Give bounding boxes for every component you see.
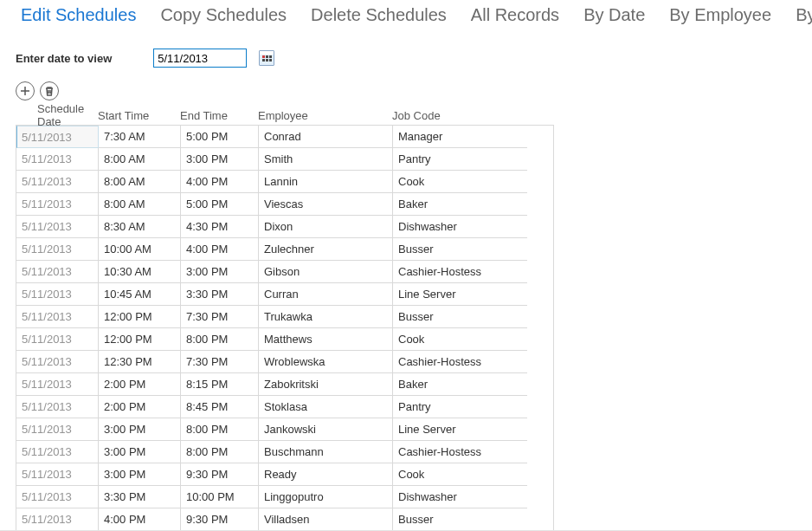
cell-schedule-date[interactable]: 5/11/2013 [16, 261, 99, 283]
table-row[interactable]: 5/11/201312:00 PM8:00 PMMatthewsCook [16, 328, 553, 351]
cell-job-code[interactable]: Cashier-Hostess [393, 441, 527, 463]
cell-employee[interactable]: Conrad [259, 126, 393, 148]
cell-employee[interactable]: Lannin [259, 171, 393, 193]
calendar-icon[interactable] [259, 50, 274, 66]
cell-end-time[interactable]: 3:00 PM [181, 148, 259, 171]
table-row[interactable]: 5/11/20133:00 PM8:00 PMJankowskiLine Ser… [16, 418, 553, 441]
cell-employee[interactable]: Smith [259, 148, 393, 171]
cell-start-time[interactable]: 8:00 AM [99, 193, 181, 216]
cell-employee[interactable]: Jankowski [259, 418, 393, 441]
cell-schedule-date[interactable]: 5/11/2013 [16, 238, 99, 261]
cell-job-code[interactable]: Dishwasher [393, 486, 527, 508]
delete-button[interactable] [40, 81, 59, 100]
cell-end-time[interactable]: 7:30 PM [181, 351, 259, 373]
cell-job-code[interactable]: Manager [393, 126, 527, 148]
table-row[interactable]: 5/11/201312:00 PM7:30 PMTrukawkaBusser [16, 306, 553, 328]
table-row[interactable]: 5/11/201310:00 AM4:00 PMZulechnerBusser [16, 238, 553, 261]
cell-employee[interactable]: Ready [259, 463, 393, 486]
tab-by-employee[interactable]: By Employee [657, 3, 783, 30]
cell-end-time[interactable]: 10:00 PM [181, 486, 259, 508]
cell-job-code[interactable]: Baker [393, 193, 527, 216]
tab-copy-schedules[interactable]: Copy Schedules [148, 3, 299, 30]
cell-employee[interactable]: Villadsen [259, 508, 393, 531]
cell-start-time[interactable]: 3:00 PM [99, 463, 181, 486]
cell-job-code[interactable]: Pantry [393, 148, 527, 171]
cell-schedule-date[interactable]: 5/11/2013 [16, 306, 99, 328]
cell-end-time[interactable]: 5:00 PM [181, 126, 259, 148]
tab-by-position[interactable]: By Position [783, 3, 812, 30]
table-row[interactable]: 5/11/20138:00 AM4:00 PMLanninCook [16, 171, 553, 193]
table-row[interactable]: 5/11/20132:00 PM8:15 PMZabokritskiBaker [16, 373, 553, 396]
cell-end-time[interactable]: 9:30 PM [181, 463, 259, 486]
cell-job-code[interactable]: Cook [393, 463, 527, 486]
cell-end-time[interactable]: 8:45 PM [181, 396, 259, 418]
cell-job-code[interactable]: Pantry [393, 396, 527, 418]
table-row[interactable]: 5/11/20138:00 AM3:00 PMSmithPantry [16, 148, 553, 171]
cell-end-time[interactable]: 8:00 PM [181, 441, 259, 463]
cell-job-code[interactable]: Dishwasher [393, 216, 527, 238]
tab-all-records[interactable]: All Records [459, 3, 571, 30]
cell-job-code[interactable]: Busser [393, 238, 527, 261]
cell-schedule-date[interactable]: 5/11/2013 [16, 373, 99, 396]
cell-schedule-date[interactable]: 5/11/2013 [16, 463, 99, 486]
cell-end-time[interactable]: 3:00 PM [181, 261, 259, 283]
cell-schedule-date[interactable]: 5/11/2013 [16, 283, 99, 306]
cell-schedule-date[interactable]: 5/11/2013 [16, 328, 99, 351]
header-schedule-date[interactable]: Schedule Date [16, 102, 98, 128]
cell-start-time[interactable]: 8:30 AM [99, 216, 181, 238]
table-row[interactable]: 5/11/20133:30 PM10:00 PMLinggoputroDishw… [16, 486, 553, 508]
tab-by-date[interactable]: By Date [571, 3, 657, 30]
cell-schedule-date[interactable]: 5/11/2013 [16, 171, 99, 193]
cell-schedule-date[interactable]: 5/11/2013 [16, 193, 99, 216]
cell-end-time[interactable]: 7:30 PM [181, 306, 259, 328]
tab-delete-schedules[interactable]: Delete Schedules [299, 3, 459, 30]
cell-employee[interactable]: Buschmann [259, 441, 393, 463]
cell-employee[interactable]: Stoklasa [259, 396, 393, 418]
header-start-time[interactable]: Start Time [98, 109, 180, 122]
cell-start-time[interactable]: 4:00 PM [99, 508, 181, 531]
cell-end-time[interactable]: 8:00 PM [181, 418, 259, 441]
cell-employee[interactable]: Gibson [259, 261, 393, 283]
table-row[interactable]: 5/11/201310:30 AM3:00 PMGibsonCashier-Ho… [16, 261, 553, 283]
cell-start-time[interactable]: 12:00 PM [99, 306, 181, 328]
table-row[interactable]: 5/11/20133:00 PM9:30 PMReadyCook [16, 463, 553, 486]
cell-job-code[interactable]: Cook [393, 328, 527, 351]
cell-job-code[interactable]: Baker [393, 373, 527, 396]
cell-start-time[interactable]: 2:00 PM [99, 396, 181, 418]
header-end-time[interactable]: End Time [180, 109, 258, 122]
cell-start-time[interactable]: 10:45 AM [99, 283, 181, 306]
table-row[interactable]: 5/11/20132:00 PM8:45 PMStoklasaPantry [16, 396, 553, 418]
table-row[interactable]: 5/11/20137:30 AM5:00 PMConradManager [16, 126, 553, 148]
cell-employee[interactable]: Trukawka [259, 306, 393, 328]
cell-end-time[interactable]: 4:30 PM [181, 216, 259, 238]
cell-start-time[interactable]: 10:00 AM [99, 238, 181, 261]
cell-end-time[interactable]: 3:30 PM [181, 283, 259, 306]
cell-employee[interactable]: Dixon [259, 216, 393, 238]
table-row[interactable]: 5/11/20138:30 AM4:30 PMDixonDishwasher [16, 216, 553, 238]
cell-employee[interactable]: Zulechner [259, 238, 393, 261]
cell-start-time[interactable]: 10:30 AM [99, 261, 181, 283]
cell-job-code[interactable]: Busser [393, 508, 527, 531]
table-row[interactable]: 5/11/20138:00 AM5:00 PMViescasBaker [16, 193, 553, 216]
cell-job-code[interactable]: Line Server [393, 283, 527, 306]
header-job-code[interactable]: Job Code [392, 109, 526, 122]
cell-job-code[interactable]: Cook [393, 171, 527, 193]
cell-start-time[interactable]: 12:00 PM [99, 328, 181, 351]
cell-job-code[interactable]: Busser [393, 306, 527, 328]
cell-start-time[interactable]: 8:00 AM [99, 148, 181, 171]
cell-end-time[interactable]: 4:00 PM [181, 238, 259, 261]
cell-schedule-date[interactable]: 5/11/2013 [16, 126, 99, 148]
cell-end-time[interactable]: 9:30 PM [181, 508, 259, 531]
cell-start-time[interactable]: 2:00 PM [99, 373, 181, 396]
cell-start-time[interactable]: 3:00 PM [99, 441, 181, 463]
cell-employee[interactable]: Curran [259, 283, 393, 306]
cell-schedule-date[interactable]: 5/11/2013 [16, 351, 99, 373]
tab-edit-schedules[interactable]: Edit Schedules [9, 3, 148, 30]
cell-schedule-date[interactable]: 5/11/2013 [16, 508, 99, 531]
cell-start-time[interactable]: 3:30 PM [99, 486, 181, 508]
cell-schedule-date[interactable]: 5/11/2013 [16, 441, 99, 463]
cell-job-code[interactable]: Cashier-Hostess [393, 261, 527, 283]
table-row[interactable]: 5/11/20134:00 PM9:30 PMVilladsenBusser [16, 508, 553, 531]
cell-employee[interactable]: Wroblewska [259, 351, 393, 373]
cell-job-code[interactable]: Cashier-Hostess [393, 351, 527, 373]
